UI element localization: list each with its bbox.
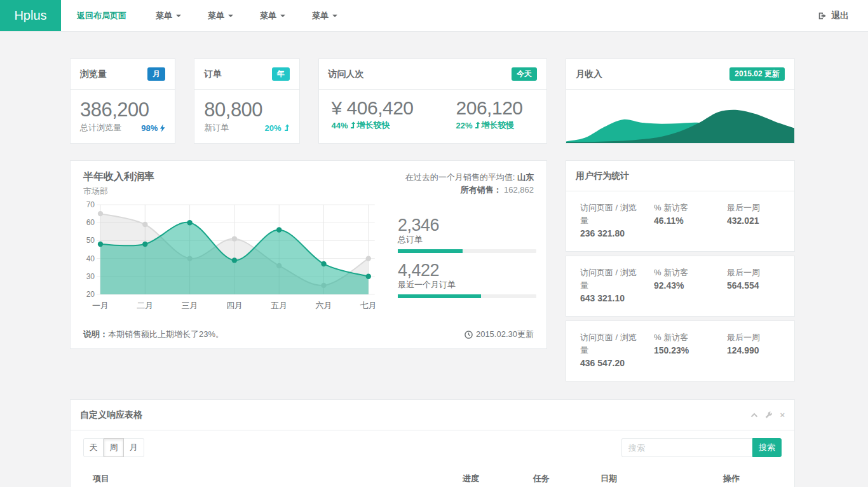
svg-text:五月: 五月 <box>271 301 287 310</box>
views-card-title: 浏览量 <box>80 69 107 80</box>
data-table: 项目 进度 任务 日期 操作 <box>83 468 782 487</box>
sales-card: 半年收入利润率 市场部 在过去的一个月销售的平均值: 山东 所有销售： 162,… <box>70 160 547 349</box>
wrench-icon[interactable] <box>765 411 773 419</box>
income-card-title: 月收入 <box>576 69 602 80</box>
tab-week[interactable]: 周 <box>104 438 124 457</box>
col-progress: 进度 <box>458 468 528 487</box>
tab-month[interactable]: 月 <box>124 438 144 457</box>
svg-text:30: 30 <box>86 272 95 281</box>
svg-text:四月: 四月 <box>226 301 243 310</box>
nav-menu-3[interactable]: 菜单 <box>247 0 299 31</box>
period-tabs: 天 周 月 <box>83 438 144 457</box>
orders-card: 订单 年 80,800 新订单 20% <box>194 58 299 144</box>
svg-text:20: 20 <box>86 290 95 299</box>
col-date: 日期 <box>595 468 718 487</box>
income-card: 月收入 2015.02 更新 <box>566 58 795 144</box>
orders-value: 80,800 <box>204 98 289 122</box>
svg-text:二月: 二月 <box>137 301 153 310</box>
visits-count: 206,120 <box>456 97 523 119</box>
total-orders-value: 2,346 <box>398 216 536 235</box>
brand-logo[interactable]: Hplus <box>0 0 61 31</box>
month-orders-value: 4,422 <box>398 261 536 280</box>
table-card: 自定义响应表格 × 天 周 月 搜索 <box>70 399 795 487</box>
svg-text:50: 50 <box>86 236 95 245</box>
profit-line-chart: 203040506070一月二月三月四月五月六月七月 <box>76 196 397 315</box>
search-button[interactable]: 搜索 <box>752 438 782 457</box>
sign-out-icon <box>818 11 827 20</box>
orders-label: 新订单 <box>204 122 229 134</box>
views-label: 总计浏览量 <box>80 122 121 134</box>
nav-menu-4[interactable]: 菜单 <box>299 0 351 31</box>
month-orders-label: 最近一个月订单 <box>398 280 536 290</box>
sales-note: 本期销售额比上期增长了23%。 <box>108 329 224 339</box>
logout-button[interactable]: 退出 <box>818 10 849 22</box>
sales-updated: 2015.02.30更新 <box>476 329 534 340</box>
visits-badge: 今天 <box>512 67 537 81</box>
svg-text:三月: 三月 <box>182 301 198 310</box>
level-up-icon <box>349 121 356 129</box>
search-input[interactable] <box>621 438 752 457</box>
orders-card-title: 订单 <box>204 69 222 80</box>
views-value: 386,200 <box>80 98 165 122</box>
total-orders-progress <box>398 249 536 253</box>
behavior-card: 用户行为统计 访问页面 / 浏览量236 321.80 % 新访客46.11% … <box>566 160 795 381</box>
total-sales-value: 162,862 <box>504 185 534 195</box>
col-project: 项目 <box>83 468 458 487</box>
caret-down-icon <box>280 15 285 17</box>
behavior-row: 访问页面 / 浏览量436 547.20 % 新访客150.23% 最后一周12… <box>566 321 794 381</box>
caret-down-icon <box>176 15 181 17</box>
level-up-icon <box>474 121 480 129</box>
behavior-title: 用户行为统计 <box>576 170 629 182</box>
views-badge: 月 <box>147 67 165 81</box>
col-task: 任务 <box>528 468 595 487</box>
caret-down-icon <box>228 15 233 17</box>
income-area-chart <box>566 90 794 143</box>
collapse-icon[interactable] <box>750 413 758 418</box>
income-badge: 2015.02 更新 <box>729 67 785 81</box>
svg-text:七月: 七月 <box>360 301 377 310</box>
visits-card-title: 访问人次 <box>329 69 364 80</box>
visits-amount: ¥ 406,420 <box>332 97 456 119</box>
svg-text:40: 40 <box>86 254 95 263</box>
svg-text:70: 70 <box>86 200 95 209</box>
behavior-row: 访问页面 / 浏览量236 321.80 % 新访客46.11% 最后一周432… <box>566 191 794 251</box>
month-orders-progress <box>398 294 536 298</box>
table-card-title: 自定义响应表格 <box>80 409 142 421</box>
level-up-icon <box>283 124 290 132</box>
total-orders-label: 总订单 <box>398 235 536 245</box>
nav-menu-2[interactable]: 菜单 <box>194 0 247 31</box>
close-icon[interactable]: × <box>780 410 785 420</box>
avg-value: 山东 <box>517 172 534 182</box>
orders-badge: 年 <box>272 67 290 81</box>
nav-back-link[interactable]: 返回布局页面 <box>61 0 142 31</box>
navbar: Hplus 返回布局页面 菜单 菜单 菜单 菜单 退出 <box>0 0 868 32</box>
col-action: 操作 <box>718 468 782 487</box>
caret-down-icon <box>332 15 337 17</box>
nav-menu-1[interactable]: 菜单 <box>142 0 194 31</box>
svg-text:六月: 六月 <box>316 301 332 310</box>
svg-text:一月: 一月 <box>92 301 109 310</box>
views-card: 浏览量 月 386,200 总计浏览量 98% <box>70 58 175 144</box>
behavior-row: 访问页面 / 浏览量643 321.10 % 新访客92.43% 最后一周564… <box>566 256 794 316</box>
clock-icon <box>465 331 473 339</box>
bolt-icon <box>159 124 165 132</box>
visits-card: 访问人次 今天 ¥ 406,420 44%增长较快 206,120 22%增长较… <box>318 58 547 144</box>
tab-day[interactable]: 天 <box>83 438 104 457</box>
stat-cards-row: 浏览量 月 386,200 总计浏览量 98% 订单 年 80,800 新订单 <box>70 58 795 144</box>
svg-text:60: 60 <box>86 218 95 227</box>
